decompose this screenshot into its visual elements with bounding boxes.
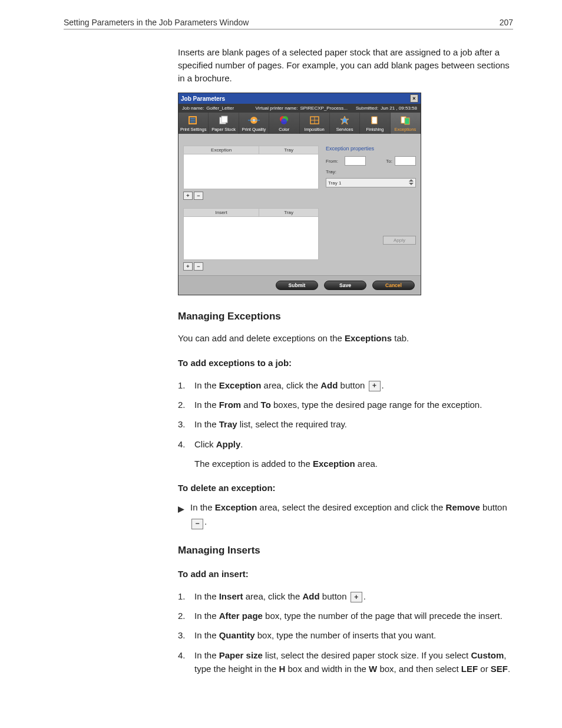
services-icon — [338, 115, 351, 126]
delete-exception-item: In the Exception area, select the desire… — [178, 500, 513, 529]
job-name-label: Job name: — [182, 106, 204, 111]
triangle-bullet-icon — [178, 503, 184, 529]
running-header: Setting Parameters in the Job Parameters… — [64, 18, 513, 29]
section-heading-inserts: Managing Inserts — [178, 545, 513, 556]
dialog-subheader: Job name: Golfer_Letter Virtual printer … — [178, 104, 421, 113]
imposition-icon — [308, 115, 321, 126]
to-field[interactable] — [395, 156, 416, 166]
exception-col: Exception — [184, 146, 259, 154]
job-name-value: Golfer_Letter — [206, 106, 234, 111]
minus-icon: − — [191, 519, 203, 529]
vp-value: SPIRECXP_Process... — [300, 106, 347, 111]
exception-add-button[interactable]: + — [183, 192, 193, 200]
tab-print-settings[interactable]: Print Settings — [178, 113, 209, 134]
tab-exceptions[interactable]: Exceptions — [391, 113, 421, 134]
insert-table-body[interactable] — [184, 217, 319, 260]
vp-label: Virtual printer name: — [256, 106, 298, 111]
apply-button[interactable]: Apply — [383, 236, 416, 245]
svg-marker-24 — [178, 506, 184, 513]
from-label: From: — [326, 159, 342, 164]
dialog-screenshot: Job Parameters × Job name: Golfer_Letter… — [178, 93, 513, 295]
svg-point-11 — [281, 118, 287, 124]
exceptions-lead: You can add and delete exceptions on the… — [178, 331, 513, 345]
paper-stock-icon — [217, 115, 230, 126]
exception-table-body[interactable] — [184, 154, 319, 189]
tab-label: Color — [279, 127, 289, 132]
page-number: 207 — [500, 18, 513, 27]
svg-rect-16 — [372, 117, 377, 124]
tab-label: Print Settings — [180, 127, 207, 132]
insert-remove-button[interactable]: − — [194, 262, 203, 271]
exception-table: Exception Tray — [183, 146, 319, 189]
step: In the Quantity box, type the number of … — [178, 628, 513, 642]
tab-label: Finishing — [366, 127, 384, 132]
submitted-value: Jun 21 , 09:53:58 — [381, 106, 417, 111]
dialog-title: Job Parameters — [181, 95, 225, 102]
insert-col: Insert — [184, 209, 259, 217]
svg-point-18 — [371, 120, 372, 121]
plus-icon: + — [369, 381, 381, 391]
tab-label: Paper Stock — [211, 127, 236, 132]
svg-marker-22 — [409, 179, 414, 182]
tray-select[interactable]: Tray 1 — [326, 178, 416, 187]
tab-paper-stock[interactable]: Paper Stock — [209, 113, 239, 134]
svg-rect-5 — [222, 116, 227, 123]
add-insert-steps: In the Insert area, click the Add button… — [178, 589, 513, 676]
delete-exception-title: To delete an exception: — [178, 481, 513, 495]
tab-label: Imposition — [305, 127, 325, 132]
insert-table: Insert Tray — [183, 208, 319, 260]
exceptions-icon — [399, 115, 412, 126]
svg-point-19 — [371, 122, 372, 123]
close-icon[interactable]: × — [410, 94, 418, 103]
tab-label: Print Quality — [242, 127, 266, 132]
stepper-icon — [409, 179, 414, 186]
print-quality-icon — [247, 115, 260, 126]
running-header-title: Setting Parameters in the Job Parameters… — [64, 18, 249, 27]
intro-paragraph: Inserts are blank pages of a selected pa… — [178, 46, 513, 84]
add-exceptions-steps: In the Exception area, click the Add but… — [178, 378, 513, 470]
finishing-icon — [368, 115, 381, 126]
exception-properties-title: Exception properties — [326, 146, 416, 151]
step: In the After page box, type the number o… — [178, 609, 513, 622]
svg-rect-21 — [405, 118, 409, 124]
tab-services[interactable]: Services — [330, 113, 360, 134]
exception-remove-button[interactable]: − — [194, 192, 203, 200]
print-settings-icon — [187, 115, 200, 126]
step: In the Tray list, select the required tr… — [178, 417, 513, 431]
insert-add-button[interactable]: + — [183, 262, 193, 271]
from-field[interactable] — [345, 156, 366, 166]
tab-color[interactable]: Color — [269, 113, 299, 134]
tray-col: Tray — [259, 209, 319, 217]
tab-label: Exceptions — [394, 127, 416, 132]
svg-point-17 — [371, 117, 372, 118]
step: In the Exception area, click the Add but… — [178, 378, 513, 392]
add-exceptions-title: To add exceptions to a job: — [178, 356, 513, 370]
tray-select-value: Tray 1 — [328, 180, 341, 186]
plus-icon: + — [351, 592, 362, 602]
cancel-button[interactable]: Cancel — [372, 281, 415, 290]
step: Click Apply. The exception is added to t… — [178, 437, 513, 471]
to-label: To: — [386, 159, 392, 164]
tab-finishing[interactable]: Finishing — [360, 113, 390, 134]
tab-label: Services — [336, 127, 353, 132]
tray-label: Tray: — [326, 169, 336, 174]
step: In the Paper size list, select the desir… — [178, 648, 513, 676]
tray-col: Tray — [259, 146, 319, 154]
save-button[interactable]: Save — [324, 281, 366, 290]
step-followup: The exception is added to the Exception … — [194, 457, 513, 470]
tab-imposition[interactable]: Imposition — [300, 113, 330, 134]
add-insert-title: To add an insert: — [178, 567, 513, 581]
svg-marker-23 — [409, 183, 414, 185]
svg-marker-15 — [340, 116, 349, 124]
step: In the From and To boxes, type the desir… — [178, 398, 513, 411]
submit-button[interactable]: Submit — [276, 281, 318, 290]
dialog-toolbar: Print Settings Paper Stock Print Quality — [178, 113, 421, 134]
tab-print-quality[interactable]: Print Quality — [239, 113, 269, 134]
color-icon — [277, 115, 290, 126]
step: In the Insert area, click the Add button… — [178, 589, 513, 603]
section-heading-exceptions: Managing Exceptions — [178, 311, 513, 322]
submitted-label: Submitted: — [356, 106, 378, 111]
dialog-footer: Submit Save Cancel — [178, 275, 421, 295]
dialog-titlebar: Job Parameters × — [178, 93, 421, 104]
